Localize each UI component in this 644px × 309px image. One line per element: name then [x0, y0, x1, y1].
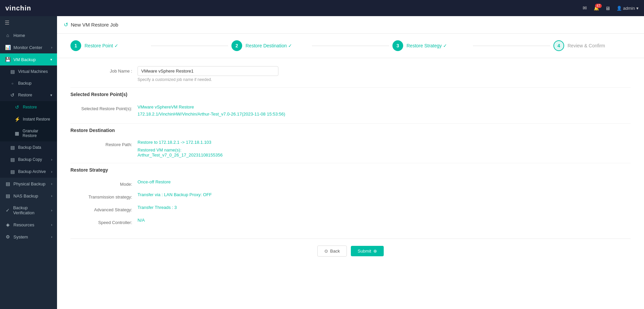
virtual-machines-icon: ▤	[9, 69, 15, 74]
user-menu[interactable]: 👤 admin ▾	[616, 6, 639, 11]
instant-restore-icon: ⚡	[14, 117, 20, 122]
physical-backup-icon: ▤	[5, 181, 11, 186]
sidebar-item-physical-backup[interactable]: ▤ Physical Backup ›	[0, 178, 57, 190]
sidebar-item-home[interactable]: ⌂ Home	[0, 29, 57, 41]
transmission-text: Transfer via : LAN Backup Proxy: OFF	[138, 192, 631, 197]
step-label-1: Restore Point ✓	[85, 43, 118, 48]
advanced-label: Advanced Strategy:	[70, 205, 138, 212]
speed-row: Speed Controller: N/A	[70, 218, 631, 225]
sidebar-item-monitor[interactable]: 📊 Monitor Center ›	[0, 41, 57, 53]
monitor-icon[interactable]: 🖥	[604, 5, 611, 11]
restore-points-line1: VMware vSphereVM Restore	[138, 104, 631, 111]
restore-path-row: Restore Path: Restore to 172.18.2.1 -> 1…	[70, 140, 631, 158]
page-title: New VM Restore Job	[71, 22, 118, 28]
job-name-input[interactable]	[138, 66, 278, 76]
backup-copy-icon: ▤	[9, 157, 15, 162]
job-name-row: Job Name : Specify a customized job name…	[70, 66, 631, 82]
sidebar-item-resources[interactable]: ◈ Resources ›	[0, 219, 57, 231]
brand-logo[interactable]: vinchin	[5, 4, 31, 12]
sidebar-label-instant-restore: Instant Restore	[23, 117, 50, 122]
restore-sub-icon: ↺	[14, 104, 20, 110]
restore-path-text: Restore to 172.18.2.1 -> 172.18.1.103	[138, 140, 631, 145]
backup-verification-icon: ✓	[5, 208, 10, 213]
monitor-center-icon: 📊	[5, 45, 11, 50]
sidebar-label-nas-backup: NAS Backup	[13, 193, 38, 198]
restore-points-value: VMware vSphereVM Restore 172.18.2.1/Vinc…	[138, 104, 631, 118]
sidebar-item-backup-copy[interactable]: ▤ Backup Copy ›	[0, 153, 57, 166]
step-number-1: 1	[74, 43, 77, 48]
vm-backup-icon: 💾	[5, 57, 11, 62]
page-header: ↺ New VM Restore Job	[57, 16, 644, 34]
mode-text: Once-off Restore	[138, 179, 631, 184]
vm-names-container: Restored VM name(s): Arthur_Test_v7_0_26…	[138, 147, 631, 158]
resources-chevron-icon: ›	[51, 223, 52, 227]
restore-path-value: Restore to 172.18.2.1 -> 172.18.1.103 Re…	[138, 140, 631, 158]
step-sep-1	[151, 46, 228, 46]
sidebar-item-vm-backup[interactable]: 💾 VM Backup ▾	[0, 53, 57, 65]
backup-icon: ○	[9, 82, 15, 85]
step-circle-1: 1	[70, 40, 81, 51]
restore-points-label: Selected Restore Point(s):	[70, 104, 138, 111]
transmission-row: Transmission strategy: Transfer via : LA…	[70, 192, 631, 200]
notification-bell[interactable]: 🔔 47	[594, 6, 599, 11]
sidebar-label-system: System	[13, 234, 28, 239]
navbar-right: ✉ 🔔 47 🖥 👤 admin ▾	[582, 5, 639, 11]
back-icon: ⊙	[324, 249, 328, 254]
submit-button[interactable]: Submit ⊕	[351, 246, 383, 256]
resources-icon: ◈	[5, 222, 11, 227]
sidebar-item-instant-restore[interactable]: ⚡ Instant Restore	[0, 113, 57, 125]
wizard-step-4: 4 Review & Confirm	[553, 40, 631, 51]
step-label-4: Review & Confirm	[568, 43, 605, 48]
sidebar-label-virtual-machines: Virtual Machines	[18, 69, 48, 74]
sidebar-item-backup-archive[interactable]: ▤ Backup Archive ›	[0, 166, 57, 178]
submit-label: Submit	[358, 249, 371, 254]
user-icon: 👤	[616, 6, 622, 11]
sidebar-item-restore[interactable]: ↺ Restore ▾	[0, 89, 57, 101]
mode-label: Mode:	[70, 179, 138, 187]
step-number-3: 3	[396, 43, 399, 48]
step-label-2: Restore Destination ✓	[246, 43, 292, 48]
sidebar-label-physical-backup: Physical Backup	[13, 181, 45, 186]
step-number-2: 2	[235, 43, 238, 48]
restore-strategy-section-header: Restore Strategy	[70, 163, 631, 175]
submit-icon: ⊕	[373, 249, 377, 254]
sidebar-item-virtual-machines[interactable]: ▤ Virtual Machines	[0, 65, 57, 78]
mode-value: Once-off Restore	[138, 179, 631, 184]
sidebar-label-monitor: Monitor Center	[13, 45, 42, 50]
sidebar-label-backup-copy: Backup Copy	[18, 157, 42, 162]
vm-names-label: Restored VM name(s):	[138, 147, 631, 152]
navbar: vinchin ✉ 🔔 47 🖥 👤 admin ▾	[0, 0, 644, 16]
advanced-row: Advanced Strategy: Transfer Threads : 3	[70, 205, 631, 212]
sidebar-toggle[interactable]: ☰	[0, 16, 57, 29]
sidebar-item-granular-restore[interactable]: ▦ Granular Restore	[0, 125, 57, 141]
page-container: ↺ New VM Restore Job 1 Restore Point ✓ 2	[57, 16, 644, 309]
sidebar-sub-vm-backup: ▤ Virtual Machines ○ Backup ↺ Restore ▾ …	[0, 65, 57, 178]
restore-points-section-header: Selected Restore Point(s)	[70, 87, 631, 100]
sidebar-label-home: Home	[13, 33, 25, 38]
home-icon: ⌂	[5, 33, 11, 38]
message-icon[interactable]: ✉	[582, 5, 588, 11]
sidebar-label-granular-restore: Granular Restore	[22, 129, 52, 138]
wizard-steps: 1 Restore Point ✓ 2 Restore Destination …	[57, 34, 644, 58]
mode-row: Mode: Once-off Restore	[70, 179, 631, 187]
wizard-step-3: 3 Restore Strategy ✓	[392, 40, 470, 51]
speed-value: N/A	[138, 218, 631, 223]
sidebar-item-backup-data[interactable]: ▤ Backup Data	[0, 141, 57, 153]
app-body: ☰ ⌂ Home 📊 Monitor Center › 💾 VM Backup …	[0, 16, 644, 309]
back-button[interactable]: ⊙ Back	[317, 246, 347, 257]
sidebar-label-resources: Resources	[13, 222, 34, 227]
backup-copy-chevron-icon: ›	[51, 158, 52, 162]
transmission-value: Transfer via : LAN Backup Proxy: OFF	[138, 192, 631, 197]
sidebar-label-restore-sub: Restore	[23, 105, 37, 109]
page-footer: ⊙ Back Submit ⊕	[70, 238, 631, 263]
sidebar-item-restore-sub[interactable]: ↺ Restore	[0, 101, 57, 113]
sidebar-label-vm-backup: VM Backup	[13, 57, 36, 62]
sidebar-label-backup: Backup	[18, 81, 32, 86]
sidebar-item-backup[interactable]: ○ Backup	[0, 78, 57, 89]
sidebar-item-backup-verification[interactable]: ✓ Backup Verification ›	[0, 202, 57, 219]
sidebar-item-nas-backup[interactable]: ▤ NAS Backup ›	[0, 190, 57, 202]
user-label: admin	[623, 6, 635, 11]
sidebar-item-system[interactable]: ⚙ System ›	[0, 231, 57, 243]
restore-chevron-icon: ▾	[50, 93, 52, 97]
job-name-value: Specify a customized job name if needed.	[138, 66, 631, 82]
